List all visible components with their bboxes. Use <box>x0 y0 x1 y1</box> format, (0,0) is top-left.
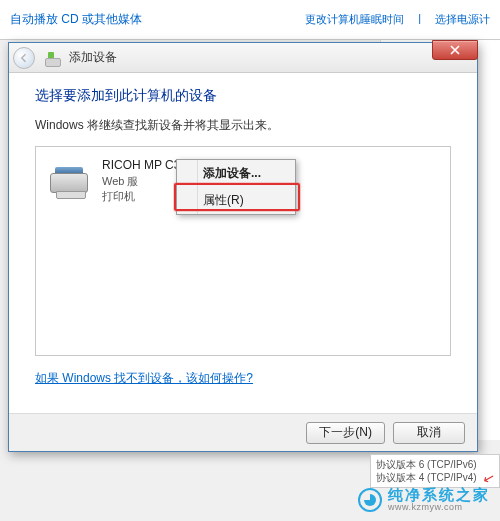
snippet-line1: 协议版本 6 (TCP/IPv6) <box>376 458 494 471</box>
autoplay-link[interactable]: 自动播放 CD 或其他媒体 <box>10 11 142 28</box>
close-button[interactable] <box>432 40 478 60</box>
cancel-button[interactable]: 取消 <box>393 422 465 444</box>
close-icon <box>450 45 460 55</box>
heading: 选择要添加到此计算机的设备 <box>35 87 451 105</box>
dialog-content: 选择要添加到此计算机的设备 Windows 将继续查找新设备并将其显示出来。 R… <box>9 73 477 413</box>
watermark-en: www.kzmyw.com <box>388 503 490 513</box>
add-device-dialog: 添加设备 选择要添加到此计算机的设备 Windows 将继续查找新设备并将其显示… <box>8 42 478 452</box>
sleep-link[interactable]: 更改计算机睡眠时间 <box>305 12 404 27</box>
subtext: Windows 将继续查找新设备并将其显示出来。 <box>35 117 451 134</box>
snippet-line2: 协议版本 4 (TCP/IPv4) <box>376 471 494 484</box>
device-icon <box>45 49 63 67</box>
separator: | <box>418 12 421 27</box>
help-link[interactable]: 如果 Windows 找不到设备，该如何操作? <box>35 370 253 387</box>
printer-icon <box>46 157 94 201</box>
background-toolbar: 自动播放 CD 或其他媒体 更改计算机睡眠时间 | 选择电源计 <box>0 0 500 40</box>
watermark-logo-icon <box>358 488 382 512</box>
back-button[interactable] <box>13 47 35 69</box>
watermark: 纯净系统之家 www.kzmyw.com <box>358 487 490 513</box>
menu-item-add-device[interactable]: 添加设备... <box>177 160 295 187</box>
device-list[interactable]: RICOH MP C3503 Web 服 打印机 添加设备... 属性(R) <box>35 146 451 356</box>
context-menu: 添加设备... 属性(R) <box>176 159 296 215</box>
watermark-cn: 纯净系统之家 <box>388 487 490 504</box>
background-snippet: 协议版本 6 (TCP/IPv6) 协议版本 4 (TCP/IPv4) ↙ <box>370 454 500 488</box>
menu-item-properties[interactable]: 属性(R) <box>177 187 295 214</box>
power-link[interactable]: 选择电源计 <box>435 12 490 27</box>
dialog-title: 添加设备 <box>69 49 117 66</box>
button-row: 下一步(N) 取消 <box>9 413 477 451</box>
arrow-left-icon <box>18 52 30 64</box>
next-button[interactable]: 下一步(N) <box>306 422 385 444</box>
titlebar: 添加设备 <box>9 43 477 73</box>
